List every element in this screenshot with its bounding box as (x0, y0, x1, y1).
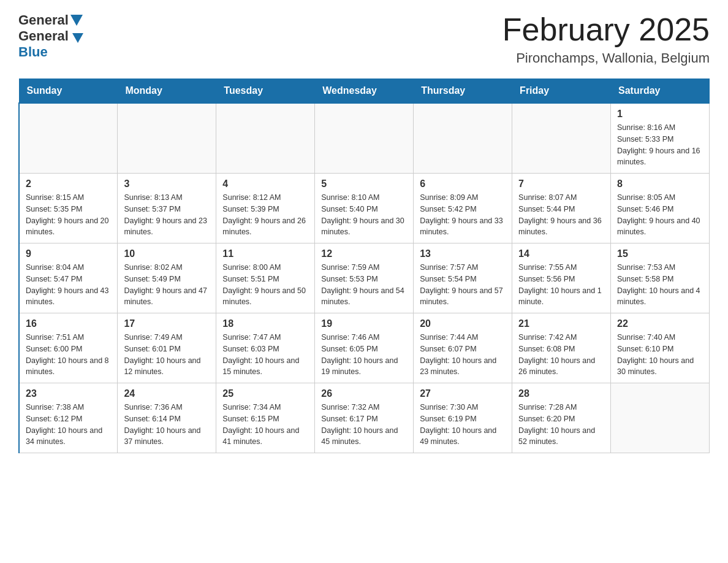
logo-arrow-icon (72, 33, 83, 43)
day-info: Sunrise: 8:15 AM Sunset: 5:35 PM Dayligh… (26, 192, 111, 238)
calendar-cell: 11Sunrise: 8:00 AM Sunset: 5:51 PM Dayli… (216, 243, 315, 313)
week-row-1: 1Sunrise: 8:16 AM Sunset: 5:33 PM Daylig… (19, 103, 710, 174)
calendar-cell: 4Sunrise: 8:12 AM Sunset: 5:39 PM Daylig… (216, 174, 315, 243)
day-info: Sunrise: 8:13 AM Sunset: 5:37 PM Dayligh… (124, 192, 210, 238)
day-info: Sunrise: 7:47 AM Sunset: 6:03 PM Dayligh… (222, 332, 308, 378)
day-number: 16 (26, 318, 111, 329)
day-info: Sunrise: 8:04 AM Sunset: 5:47 PM Dayligh… (26, 262, 111, 308)
day-info: Sunrise: 8:07 AM Sunset: 5:44 PM Dayligh… (518, 192, 604, 238)
calendar-cell: 24Sunrise: 7:36 AM Sunset: 6:14 PM Dayli… (118, 383, 216, 453)
header-sunday: Sunday (19, 79, 118, 104)
day-number: 23 (26, 388, 111, 399)
calendar-cell: 6Sunrise: 8:09 AM Sunset: 5:42 PM Daylig… (414, 174, 512, 243)
calendar-cell: 17Sunrise: 7:49 AM Sunset: 6:01 PM Dayli… (118, 313, 216, 383)
logo-blue-label: Blue (18, 44, 48, 59)
day-number: 13 (420, 248, 506, 259)
day-info: Sunrise: 7:44 AM Sunset: 6:07 PM Dayligh… (420, 332, 506, 378)
day-number: 25 (222, 388, 308, 399)
page-header: General General Blue February 2025 Piron… (18, 12, 710, 66)
day-info: Sunrise: 8:09 AM Sunset: 5:42 PM Dayligh… (420, 192, 506, 238)
calendar-cell: 10Sunrise: 8:02 AM Sunset: 5:49 PM Dayli… (118, 243, 216, 313)
header-wednesday: Wednesday (315, 79, 414, 104)
day-number: 21 (518, 318, 604, 329)
day-number: 4 (222, 178, 308, 190)
week-row-3: 9Sunrise: 8:04 AM Sunset: 5:47 PM Daylig… (19, 243, 710, 313)
calendar-cell (611, 383, 710, 453)
header-thursday: Thursday (414, 79, 512, 104)
calendar-cell: 7Sunrise: 8:07 AM Sunset: 5:44 PM Daylig… (512, 174, 611, 243)
title-section: February 2025 Pironchamps, Wallonia, Bel… (502, 12, 710, 66)
day-info: Sunrise: 7:51 AM Sunset: 6:00 PM Dayligh… (26, 332, 111, 378)
calendar-cell: 3Sunrise: 8:13 AM Sunset: 5:37 PM Daylig… (118, 174, 216, 243)
logo-general-line2: General (18, 28, 69, 44)
day-info: Sunrise: 7:36 AM Sunset: 6:14 PM Dayligh… (124, 402, 210, 448)
day-info: Sunrise: 7:34 AM Sunset: 6:15 PM Dayligh… (222, 402, 308, 448)
calendar-cell: 5Sunrise: 8:10 AM Sunset: 5:40 PM Daylig… (315, 174, 414, 243)
calendar-cell (315, 103, 414, 174)
day-info: Sunrise: 7:55 AM Sunset: 5:56 PM Dayligh… (518, 262, 604, 308)
day-info: Sunrise: 8:00 AM Sunset: 5:51 PM Dayligh… (222, 262, 308, 308)
calendar-cell (19, 103, 118, 174)
day-number: 8 (617, 178, 703, 190)
day-info: Sunrise: 8:05 AM Sunset: 5:46 PM Dayligh… (617, 192, 703, 238)
day-number: 28 (518, 388, 604, 399)
day-info: Sunrise: 7:59 AM Sunset: 5:53 PM Dayligh… (321, 262, 407, 308)
day-info: Sunrise: 7:30 AM Sunset: 6:19 PM Dayligh… (420, 402, 506, 448)
calendar-cell: 21Sunrise: 7:42 AM Sunset: 6:08 PM Dayli… (512, 313, 611, 383)
calendar-cell: 19Sunrise: 7:46 AM Sunset: 6:05 PM Dayli… (315, 313, 414, 383)
day-info: Sunrise: 8:02 AM Sunset: 5:49 PM Dayligh… (124, 262, 210, 308)
day-info: Sunrise: 7:40 AM Sunset: 6:10 PM Dayligh… (617, 332, 703, 378)
day-number: 17 (124, 318, 210, 329)
day-number: 24 (124, 388, 210, 399)
calendar-cell: 2Sunrise: 8:15 AM Sunset: 5:35 PM Daylig… (19, 174, 118, 243)
day-info: Sunrise: 7:53 AM Sunset: 5:58 PM Dayligh… (617, 262, 703, 308)
day-info: Sunrise: 7:46 AM Sunset: 6:05 PM Dayligh… (321, 332, 407, 378)
day-info: Sunrise: 7:28 AM Sunset: 6:20 PM Dayligh… (518, 402, 604, 448)
day-number: 26 (321, 388, 407, 399)
header-friday: Friday (512, 79, 611, 104)
calendar-cell (118, 103, 216, 174)
day-number: 5 (321, 178, 407, 190)
day-number: 7 (518, 178, 604, 190)
week-row-5: 23Sunrise: 7:38 AM Sunset: 6:12 PM Dayli… (19, 383, 710, 453)
day-info: Sunrise: 7:38 AM Sunset: 6:12 PM Dayligh… (26, 402, 111, 448)
weekday-header-row: Sunday Monday Tuesday Wednesday Thursday… (19, 79, 710, 104)
day-number: 9 (26, 248, 111, 259)
day-info: Sunrise: 8:12 AM Sunset: 5:39 PM Dayligh… (222, 192, 308, 238)
header-monday: Monday (118, 79, 216, 104)
calendar-cell: 15Sunrise: 7:53 AM Sunset: 5:58 PM Dayli… (611, 243, 710, 313)
header-tuesday: Tuesday (216, 79, 315, 104)
day-number: 19 (321, 318, 407, 329)
calendar-cell: 13Sunrise: 7:57 AM Sunset: 5:54 PM Dayli… (414, 243, 512, 313)
calendar-cell: 14Sunrise: 7:55 AM Sunset: 5:56 PM Dayli… (512, 243, 611, 313)
day-number: 6 (420, 178, 506, 190)
day-number: 15 (617, 248, 703, 259)
logo-text: General (18, 12, 85, 28)
calendar-cell: 26Sunrise: 7:32 AM Sunset: 6:17 PM Dayli… (315, 383, 414, 453)
day-info: Sunrise: 8:16 AM Sunset: 5:33 PM Dayligh… (617, 122, 703, 168)
calendar-cell: 16Sunrise: 7:51 AM Sunset: 6:00 PM Dayli… (19, 313, 118, 383)
day-number: 20 (420, 318, 506, 329)
week-row-2: 2Sunrise: 8:15 AM Sunset: 5:35 PM Daylig… (19, 174, 710, 243)
day-info: Sunrise: 8:10 AM Sunset: 5:40 PM Dayligh… (321, 192, 407, 238)
calendar-cell: 20Sunrise: 7:44 AM Sunset: 6:07 PM Dayli… (414, 313, 512, 383)
day-number: 22 (617, 318, 703, 329)
calendar-cell: 25Sunrise: 7:34 AM Sunset: 6:15 PM Dayli… (216, 383, 315, 453)
calendar-cell (216, 103, 315, 174)
day-number: 18 (222, 318, 308, 329)
calendar-cell: 8Sunrise: 8:05 AM Sunset: 5:46 PM Daylig… (611, 174, 710, 243)
week-row-4: 16Sunrise: 7:51 AM Sunset: 6:00 PM Dayli… (19, 313, 710, 383)
calendar-cell: 28Sunrise: 7:28 AM Sunset: 6:20 PM Dayli… (512, 383, 611, 453)
day-number: 14 (518, 248, 604, 259)
calendar-cell: 12Sunrise: 7:59 AM Sunset: 5:53 PM Dayli… (315, 243, 414, 313)
calendar-cell (512, 103, 611, 174)
day-number: 1 (617, 109, 703, 120)
month-title: February 2025 (502, 12, 710, 47)
header-saturday: Saturday (611, 79, 710, 104)
calendar-cell: 1Sunrise: 8:16 AM Sunset: 5:33 PM Daylig… (611, 103, 710, 174)
location-subtitle: Pironchamps, Wallonia, Belgium (502, 50, 710, 66)
day-info: Sunrise: 7:32 AM Sunset: 6:17 PM Dayligh… (321, 402, 407, 448)
day-info: Sunrise: 7:42 AM Sunset: 6:08 PM Dayligh… (518, 332, 604, 378)
calendar-cell: 23Sunrise: 7:38 AM Sunset: 6:12 PM Dayli… (19, 383, 118, 453)
logo-triangle-icon (70, 15, 83, 26)
